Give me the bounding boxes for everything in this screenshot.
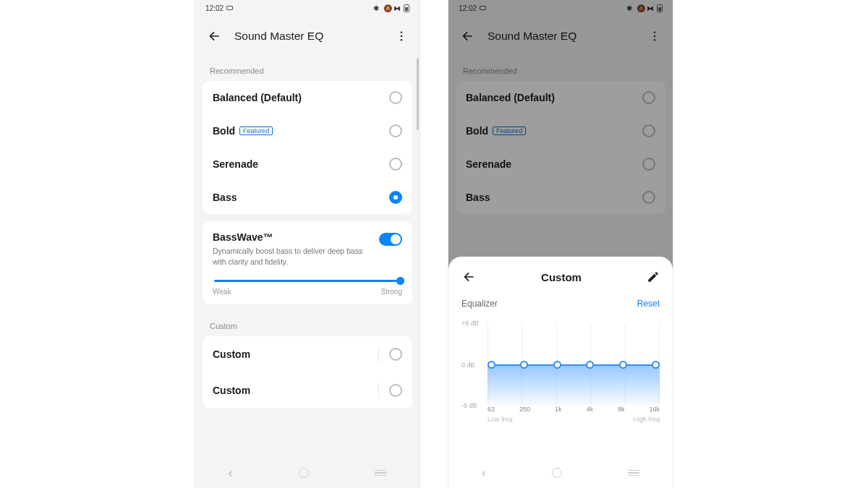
preset-balanced-label: Balanced (Default) (213, 92, 302, 103)
eq-handle-16k[interactable] (652, 361, 660, 369)
svg-point-2 (401, 39, 403, 41)
more-icon[interactable] (395, 30, 408, 43)
slider-thumb-icon[interactable] (396, 277, 404, 285)
svg-point-3 (654, 31, 656, 33)
nav-back-button[interactable]: ‹ (482, 466, 486, 481)
eq-fill-area (488, 364, 660, 406)
scroll-thumb[interactable] (417, 58, 419, 130)
status-indicator-icon (480, 6, 486, 10)
preset-list-card: Balanced (Default) Bold Featured Serenad… (456, 81, 665, 214)
eq-handle-1k[interactable] (553, 361, 561, 369)
mute-icon: 🔕 (383, 4, 391, 12)
eq-xtick-0: 62 (488, 406, 495, 413)
status-indicator-icon (226, 6, 233, 10)
equalizer-label: Equalizer (461, 299, 498, 309)
basswave-card: BassWave™ Dynamically boost bass to deli… (203, 221, 412, 304)
nav-recent-button[interactable] (628, 470, 639, 476)
radio-unchecked-icon (642, 124, 655, 137)
preset-balanced[interactable]: Balanced (Default) (203, 81, 412, 114)
eq-ytick-bottom: -6 dB (461, 402, 477, 409)
radio-unchecked-icon[interactable] (389, 124, 402, 137)
app-header: Sound Master EQ (448, 16, 673, 56)
divider (378, 346, 379, 362)
eq-handle-4k[interactable] (586, 361, 594, 369)
radio-unchecked-icon[interactable] (389, 384, 402, 397)
preset-bass-label: Bass (466, 192, 490, 203)
mute-icon: 🔕 (637, 4, 644, 12)
svg-point-5 (654, 39, 656, 41)
system-nav-bar: ‹ (195, 458, 420, 488)
radio-unchecked-icon[interactable] (389, 348, 402, 361)
section-label-recommended: Recommended (448, 56, 673, 81)
nav-recent-button[interactable] (375, 470, 386, 476)
slider-max-label: Strong (381, 288, 402, 296)
status-bar: 12:02 ✱ 🔕 ⧓ (195, 0, 420, 16)
battery-icon (657, 4, 663, 12)
preset-serenade[interactable]: Serenade (203, 147, 412, 181)
custom-preset-0[interactable]: Custom (203, 336, 412, 372)
phone-screenshot-right: 12:02 ✱ 🔕 ⧓ Sound Master EQ Recommended … (448, 0, 673, 488)
eq-handle-62[interactable] (488, 361, 495, 369)
eq-xtick-4: 8k (618, 406, 625, 413)
system-nav-bar: ‹ (448, 458, 673, 488)
preset-bass[interactable]: Bass (203, 181, 412, 214)
radio-unchecked-icon (642, 158, 655, 171)
reset-button[interactable]: Reset (637, 299, 660, 309)
nfc-icon: ✱ (373, 4, 380, 12)
svg-point-4 (654, 35, 656, 38)
basswave-slider[interactable]: Weak Strong (213, 280, 402, 296)
divider (378, 382, 379, 398)
eq-ytick-mid: 0 dB (461, 361, 475, 369)
eq-ytick-top: +6 dB (461, 320, 479, 327)
eq-xtick-2: 1k (555, 406, 562, 413)
radio-unchecked-icon (642, 91, 655, 104)
slider-min-label: Weak (213, 288, 231, 296)
svg-point-0 (401, 31, 403, 33)
edit-icon[interactable] (647, 270, 660, 283)
custom-preset-0-label: Custom (213, 348, 375, 360)
status-time: 12:02 (205, 4, 224, 12)
preset-bold[interactable]: Bold Featured (203, 114, 412, 147)
radio-unchecked-icon[interactable] (389, 158, 402, 171)
more-icon (648, 30, 661, 43)
nav-back-button[interactable]: ‹ (229, 466, 233, 481)
nfc-icon: ✱ (626, 4, 634, 12)
featured-badge: Featured (493, 127, 526, 135)
preset-balanced-label: Balanced (Default) (466, 92, 555, 103)
app-header: Sound Master EQ (195, 16, 420, 56)
eq-xtick-3: 4k (586, 406, 593, 413)
status-bar: 12:02 ✱ 🔕 ⧓ (448, 0, 673, 16)
page-title: Sound Master EQ (488, 30, 635, 43)
radio-checked-icon[interactable] (389, 191, 402, 204)
back-icon[interactable] (207, 29, 221, 43)
basswave-description: Dynamically boost bass to deliver deep b… (213, 246, 365, 267)
back-icon (460, 29, 475, 43)
custom-preset-1[interactable]: Custom (203, 372, 412, 408)
nav-home-button[interactable] (552, 468, 562, 478)
eq-handles (488, 361, 660, 369)
wifi-icon: ⧓ (647, 4, 654, 12)
equalizer-graph[interactable]: +6 dB 0 dB -6 dB 62 250 1k 4k (488, 319, 660, 420)
sheet-back-icon[interactable] (461, 270, 476, 284)
page-title: Sound Master EQ (234, 30, 382, 43)
status-time: 12:02 (459, 4, 477, 12)
eq-xtick-5: 16k (649, 406, 660, 413)
custom-preset-1-label: Custom (213, 385, 375, 396)
preset-bold-label: Bold (466, 125, 488, 137)
preset-list-card: Balanced (Default) Bold Featured Serenad… (203, 81, 412, 214)
section-label-custom: Custom (195, 312, 420, 336)
preset-balanced: Balanced (Default) (456, 81, 665, 114)
preset-bass: Bass (456, 181, 665, 214)
battery-icon (404, 4, 409, 12)
radio-unchecked-icon[interactable] (389, 91, 402, 104)
featured-badge: Featured (239, 127, 273, 135)
preset-serenade-label: Serenade (466, 158, 511, 170)
nav-home-button[interactable] (299, 468, 309, 478)
wifi-icon: ⧓ (393, 4, 401, 12)
eq-handle-250[interactable] (520, 361, 528, 369)
basswave-toggle[interactable] (379, 233, 402, 246)
eq-handle-8k[interactable] (619, 361, 627, 369)
eq-xtick-1: 250 (519, 406, 530, 413)
preset-serenade-label: Serenade (213, 158, 258, 170)
phone-screenshot-left: 12:02 ✱ 🔕 ⧓ Sound Master EQ Recommended … (195, 0, 420, 488)
